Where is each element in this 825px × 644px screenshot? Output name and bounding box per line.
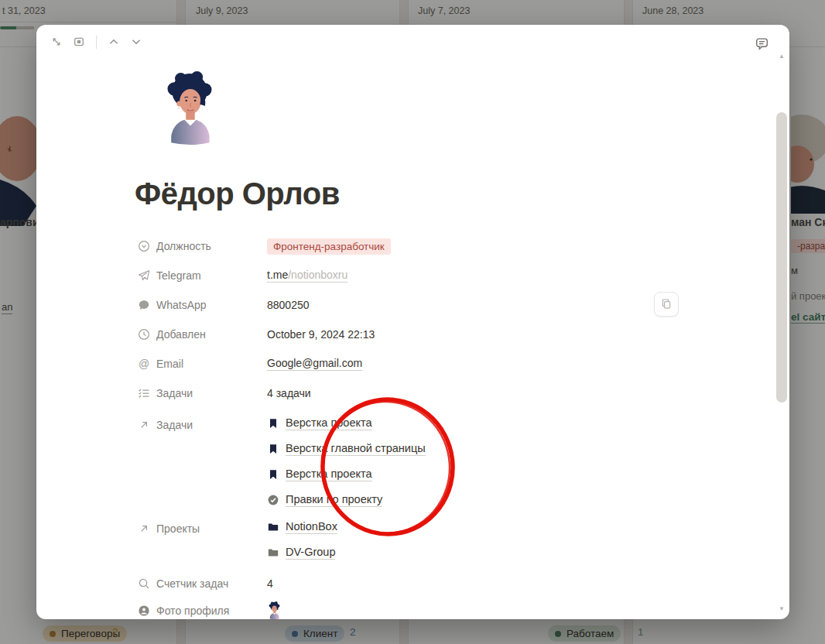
select-property-icon [138,240,150,252]
chevron-up-icon [108,36,120,48]
task-title: Верстка проекта [286,416,372,430]
whatsapp-number[interactable]: 8800250 [267,299,310,311]
property-row-tasks: Задачи [138,415,267,435]
property-label-whatsapp[interactable]: WhatsApp [138,299,267,311]
copy-icon [660,298,673,310]
property-value-task-counter[interactable]: 4 [267,577,273,590]
property-row-email: @ Email Google@gmail.com [138,354,362,374]
check-circle-icon [267,494,279,506]
bookmark-icon [267,468,279,481]
property-label-text: Проекты [156,522,200,535]
scrollbar-thumb[interactable] [776,112,787,402]
telegram-link[interactable]: t.me/notionboxru [267,269,347,283]
toolbar-divider [96,36,97,49]
side-peek-button[interactable] [69,32,89,52]
property-row-whatsapp: WhatsApp 8800250 [138,295,310,315]
tasks-count-value: 4 задачи [267,387,311,399]
property-label-text: WhatsApp [156,299,207,311]
property-label-telegram[interactable]: Telegram [138,269,267,282]
comment-icon [755,36,769,51]
property-label-text: Email [156,358,183,370]
side-peek-icon [73,36,85,48]
copy-button[interactable] [654,292,679,317]
property-label-added[interactable]: Добавлен [138,328,267,341]
property-label-text: Добавлен [156,328,206,341]
property-value-tasks-count[interactable]: 4 задачи [267,387,311,399]
telegram-domain: t.me [267,269,288,281]
property-label-email[interactable]: @ Email [138,358,267,370]
comments-button[interactable] [751,33,772,54]
arrow-up-right-icon [138,522,150,535]
property-label-text: Задачи [156,419,193,431]
project-title: DV-Group [286,546,335,560]
property-label-text: Telegram [156,269,201,282]
folder-icon [267,546,279,559]
property-row-tasks-count: Задачи 4 задачи [138,383,311,403]
task-title: Верстка главной страницы [286,442,426,456]
property-label-text: Фото профиля [156,605,229,617]
property-row-position: Должность Фронтенд-разработчик [138,236,391,256]
at-sign-icon: @ [138,358,150,370]
property-label-text: Задачи [156,387,193,399]
profile-illustration[interactable] [160,71,219,148]
task-item[interactable]: Правки по проекту [267,492,382,509]
magnifier-icon [138,577,150,590]
task-title: Правки по проекту [286,493,382,507]
email-link[interactable]: Google@gmail.com [267,357,362,371]
property-row-added: Добавлен October 9, 2024 22:13 [138,324,375,344]
modal-toolbar [46,32,146,52]
page-title[interactable]: Фёдор Орлов [135,176,340,211]
created-time: October 9, 2024 22:13 [267,328,375,341]
telegram-icon [138,269,150,282]
folder-icon [267,521,279,533]
bookmark-icon [267,417,279,430]
property-value-added[interactable]: October 9, 2024 22:13 [267,328,375,341]
task-item[interactable]: Верстка главной страницы [267,440,426,457]
property-value-email[interactable]: Google@gmail.com [267,357,362,371]
expand-icon [50,36,63,48]
bookmark-icon [267,443,279,455]
property-label-task-counter[interactable]: Счетчик задач [138,577,267,590]
expand-page-button[interactable] [46,32,67,52]
property-value-photo[interactable] [267,601,282,620]
arrow-up-right-icon [138,419,150,431]
property-row-projects: Проекты [138,519,267,539]
page-modal: Фёдор Орлов Должность Фронтенд-разработч… [36,25,789,619]
person-circle-icon [138,605,150,617]
property-label-tasks[interactable]: Задачи [138,419,267,431]
previous-record-button[interactable] [104,32,124,52]
position-tag[interactable]: Фронтенд-разработчик [267,238,391,255]
task-title: Верстка проекта [286,468,372,481]
profile-photo-thumbnail[interactable] [267,601,282,620]
property-label-photo[interactable]: Фото профиля [138,605,267,617]
scrollbar-up-arrow[interactable]: ▲ [777,53,786,60]
property-row-photo: Фото профиля [138,601,282,621]
property-value-position[interactable]: Фронтенд-разработчик [267,238,391,255]
chevron-down-icon [130,36,142,48]
property-label-tasks-count[interactable]: Задачи [138,387,267,399]
task-item[interactable]: Верстка проекта [267,415,372,432]
property-label-text: Должность [156,240,211,252]
checklist-icon [138,387,150,399]
property-value-whatsapp[interactable]: 8800250 [267,299,310,311]
property-label-position[interactable]: Должность [138,240,267,252]
property-row-telegram: Telegram t.me/notionboxru [138,265,347,286]
property-row-task-counter: Счетчик задач 4 [138,574,273,594]
property-label-projects[interactable]: Проекты [138,522,267,535]
task-item[interactable]: Верстка проекта [267,466,372,483]
property-value-telegram[interactable]: t.me/notionboxru [267,269,347,283]
chat-bubble-icon [138,299,150,311]
task-counter-value: 4 [267,577,273,590]
screen: t 31, 2023 July 9, 2023 July 7, 2023 Jun… [0,0,825,644]
project-item[interactable]: NotionBox [267,519,337,536]
telegram-handle: /notionboxru [288,269,347,281]
clock-icon [138,328,150,341]
project-title: NotionBox [286,520,337,534]
scrollbar-down-arrow[interactable]: ▼ [777,605,786,613]
next-record-button[interactable] [126,32,146,52]
property-label-text: Счетчик задач [156,577,228,590]
project-item[interactable]: DV-Group [267,544,335,561]
